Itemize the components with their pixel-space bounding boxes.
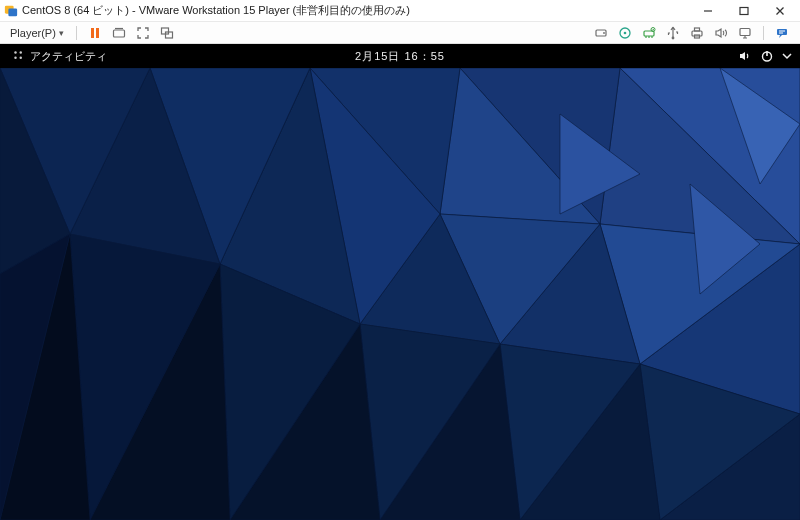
window-close-button[interactable] [762,0,798,21]
send-ctrl-alt-del-button[interactable] [109,25,129,41]
svg-rect-19 [777,29,787,35]
gnome-top-bar: アクティビティ 2月15日 16：55 [0,44,800,68]
svg-rect-2 [740,7,748,14]
svg-rect-1 [8,8,17,16]
activities-logo-icon [12,49,26,63]
activities-button[interactable]: アクティビティ [8,47,111,66]
toolbar-separator [76,26,77,40]
fullscreen-button[interactable] [133,25,153,41]
tools-message-icon[interactable] [772,25,792,41]
vmware-app-icon [4,4,18,18]
printer-icon[interactable] [687,25,707,41]
svg-point-23 [20,57,22,59]
sound-card-icon[interactable] [711,25,731,41]
volume-icon [738,49,752,63]
player-menu[interactable]: Player(P) ▾ [4,25,70,41]
window-maximize-button[interactable] [726,0,762,21]
desktop-wallpaper [0,68,800,520]
hard-disk-icon[interactable] [591,25,611,41]
svg-point-20 [14,51,16,53]
vm-display[interactable]: アクティビティ 2月15日 16：55 [0,44,800,520]
dropdown-caret-icon: ▾ [59,28,64,38]
window-controls [690,0,798,21]
vmware-toolbar: Player(P) ▾ [0,22,800,44]
svg-point-22 [14,57,16,59]
window-minimize-button[interactable] [690,0,726,21]
activities-label: アクティビティ [30,49,107,64]
window-title-text: CentOS 8 (64 ビット) - VMware Workstation 1… [22,3,410,18]
device-status-icons [589,25,794,41]
svg-point-14 [672,36,675,39]
svg-point-21 [20,51,22,53]
gnome-system-menu[interactable] [738,49,792,63]
svg-point-11 [624,31,627,34]
usb-icon[interactable] [663,25,683,41]
window-title-bar: CentOS 8 (64 ビット) - VMware Workstation 1… [0,0,800,22]
toolbar-separator [763,26,764,40]
gnome-clock[interactable]: 2月15日 16：55 [355,49,445,64]
svg-rect-16 [695,28,700,31]
cd-dvd-icon[interactable] [615,25,635,41]
player-menu-label: Player(P) [10,27,56,39]
svg-point-9 [603,32,605,34]
svg-rect-4 [96,28,99,38]
pause-vm-button[interactable] [85,25,105,41]
network-adapter-icon[interactable] [639,25,659,41]
display-icon[interactable] [735,25,755,41]
unity-mode-button[interactable] [157,25,177,41]
chevron-down-icon [782,49,792,63]
power-icon [760,49,774,63]
svg-rect-5 [113,30,124,37]
svg-rect-3 [91,28,94,38]
svg-rect-18 [740,28,750,35]
